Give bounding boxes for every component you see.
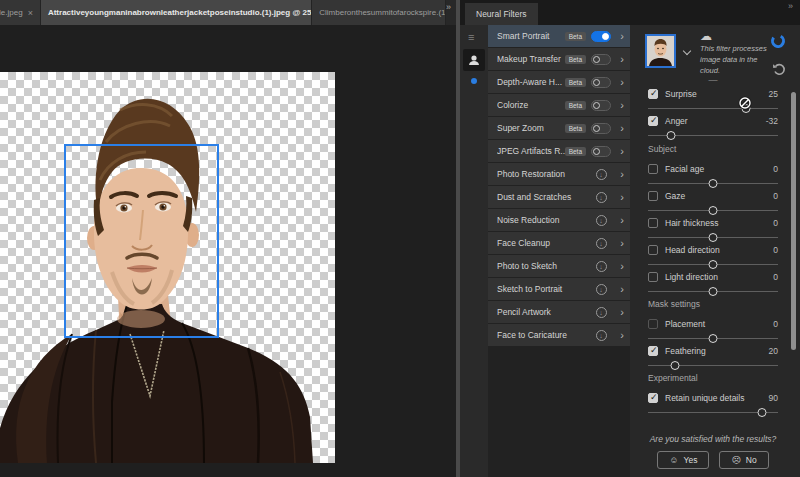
filter-toggle-off[interactable] xyxy=(591,77,611,88)
placement-checkbox[interactable] xyxy=(648,319,658,329)
anger-slider[interactable] xyxy=(648,135,778,136)
slider-anger: Anger -32 xyxy=(648,114,778,136)
chevron-right-icon[interactable]: › xyxy=(612,48,624,70)
filter-row-pencil-artwork[interactable]: Pencil Artwork ↓ › xyxy=(488,301,630,323)
filter-toggle-off[interactable] xyxy=(591,146,611,157)
panel-tab-neural-filters[interactable]: Neural Filters xyxy=(465,3,538,25)
hair-thickness-value: 0 xyxy=(773,218,778,228)
filter-row-photo-to-sketch[interactable]: Photo to Sketch ↓ › xyxy=(488,255,630,277)
head-direction-slider[interactable] xyxy=(648,264,778,265)
feathering-checkbox[interactable] xyxy=(648,346,658,356)
light-direction-slider[interactable] xyxy=(648,291,778,292)
reset-undo-icon[interactable] xyxy=(772,63,786,76)
document-canvas[interactable] xyxy=(0,72,335,463)
settings-scrollbar[interactable] xyxy=(791,92,796,350)
download-icon[interactable]: ↓ xyxy=(596,215,607,226)
chevron-right-icon[interactable]: › xyxy=(612,278,624,300)
download-icon[interactable]: ↓ xyxy=(596,169,607,180)
collapse-handle[interactable]: — xyxy=(648,77,778,87)
placement-slider[interactable] xyxy=(648,338,778,339)
download-icon[interactable]: ↓ xyxy=(596,261,607,272)
smiley-sad-icon: ☹ xyxy=(731,455,740,465)
facial-age-slider[interactable] xyxy=(648,183,778,184)
chevron-right-icon[interactable]: › xyxy=(612,301,624,323)
download-icon[interactable]: ↓ xyxy=(596,307,607,318)
download-icon[interactable]: ↓ xyxy=(596,238,607,249)
portrait-category-active[interactable] xyxy=(463,49,485,71)
chevron-right-icon[interactable]: › xyxy=(612,163,624,185)
tab-overflow-icon[interactable]: » xyxy=(446,0,456,25)
chevron-right-icon[interactable]: › xyxy=(612,71,624,93)
filter-row-face-cleanup[interactable]: Face Cleanup ↓ › xyxy=(488,232,630,254)
slider-surprise: Surprise 25 xyxy=(648,87,778,109)
filter-row-sketch-to-portrait[interactable]: Sketch to Portrait ↓ › xyxy=(488,278,630,300)
chevron-down-icon[interactable] xyxy=(683,47,691,55)
slider-feathering: Feathering 20 xyxy=(648,344,778,366)
pasteboard xyxy=(0,25,456,477)
filter-row-colorize[interactable]: Colorize Beta › xyxy=(488,94,630,116)
filter-row-jpeg-artifacts[interactable]: JPEG Artifacts R... Beta › xyxy=(488,140,630,162)
slider-retain-unique-details: Retain unique details 90 xyxy=(648,391,778,413)
chevron-right-icon[interactable]: › xyxy=(612,94,624,116)
chevron-right-icon[interactable]: › xyxy=(612,324,624,346)
filter-toggle-off[interactable] xyxy=(591,123,611,134)
filter-row-face-to-caricature[interactable]: Face to Caricature ↓ › xyxy=(488,324,630,346)
chevron-right-icon[interactable]: › xyxy=(612,232,624,254)
gaze-slider[interactable] xyxy=(648,210,778,211)
chevron-right-icon[interactable]: › xyxy=(612,255,624,277)
retain-unique-details-checkbox[interactable] xyxy=(648,393,658,403)
anger-checkbox[interactable] xyxy=(648,116,658,126)
surprise-slider[interactable] xyxy=(648,108,778,109)
chevron-right-icon[interactable]: › xyxy=(612,25,624,47)
filter-row-noise-reduction[interactable]: Noise Reduction ↓ › xyxy=(488,209,630,231)
filter-row-makeup-transfer[interactable]: Makeup Transfer Beta › xyxy=(488,48,630,70)
document-tab-1-active[interactable]: Attractiveyoungmaninabrownleatherjacketp… xyxy=(41,0,312,25)
all-filters-icon[interactable]: ≡ xyxy=(468,31,474,43)
placement-value: 0 xyxy=(773,319,778,329)
surprise-checkbox[interactable] xyxy=(648,89,658,99)
filter-toggle-off[interactable] xyxy=(591,100,611,111)
filter-row-photo-restoration[interactable]: Photo Restoration ↓ › xyxy=(488,163,630,185)
no-button[interactable]: ☹ No xyxy=(719,451,768,469)
hair-thickness-checkbox[interactable] xyxy=(648,218,658,228)
slider-hair-thickness: Hair thickness 0 xyxy=(648,216,778,238)
facial-age-checkbox[interactable] xyxy=(648,164,658,174)
tab-close-icon[interactable]: × xyxy=(28,8,33,18)
download-icon[interactable]: ↓ xyxy=(596,284,607,295)
portrait-bust-icon xyxy=(468,54,480,66)
beta-badge: Beta xyxy=(565,124,586,133)
yes-button[interactable]: ☺ Yes xyxy=(657,451,709,469)
beta-badge: Beta xyxy=(565,101,586,110)
filter-category-rail: ≡ xyxy=(460,25,488,477)
face-preview-thumbnail[interactable] xyxy=(645,34,676,68)
filter-toggle-on[interactable] xyxy=(591,31,611,42)
feathering-slider[interactable] xyxy=(648,365,778,366)
document-tab-bar: yle.jpeg × Attractiveyoungmaninabrownlea… xyxy=(0,0,456,25)
filter-row-smart-portrait[interactable]: Smart Portrait Beta › xyxy=(488,25,630,47)
chevron-right-icon[interactable]: › xyxy=(612,186,624,208)
chevron-right-icon[interactable]: › xyxy=(612,117,624,139)
panel-header: Neural Filters » xyxy=(460,0,800,25)
chevron-right-icon[interactable]: › xyxy=(612,140,624,162)
chevron-right-icon[interactable]: › xyxy=(612,209,624,231)
beta-badge: Beta xyxy=(565,147,586,156)
face-detection-box[interactable] xyxy=(64,144,219,338)
download-icon[interactable]: ↓ xyxy=(596,330,607,341)
light-direction-value: 0 xyxy=(773,272,778,282)
document-tab-0[interactable]: yle.jpeg × xyxy=(0,0,41,25)
facial-age-value: 0 xyxy=(773,164,778,174)
light-direction-checkbox[interactable] xyxy=(648,272,658,282)
download-icon[interactable]: ↓ xyxy=(596,192,607,203)
filter-toggle-off[interactable] xyxy=(591,54,611,65)
gaze-value: 0 xyxy=(773,191,778,201)
filter-row-super-zoom[interactable]: Super Zoom Beta › xyxy=(488,117,630,139)
retain-unique-details-value: 90 xyxy=(769,393,778,403)
document-tab-2[interactable]: Climberonthesummitofarockspire.(1).jpe xyxy=(312,0,446,25)
panel-menu-icon[interactable]: » xyxy=(788,1,793,11)
filter-row-depth-aware-haze[interactable]: Depth-Aware H... Beta › xyxy=(488,71,630,93)
hair-thickness-slider[interactable] xyxy=(648,237,778,238)
gaze-checkbox[interactable] xyxy=(648,191,658,201)
head-direction-checkbox[interactable] xyxy=(648,245,658,255)
filter-row-dust-and-scratches[interactable]: Dust and Scratches ↓ › xyxy=(488,186,630,208)
retain-unique-details-slider[interactable] xyxy=(648,412,778,413)
